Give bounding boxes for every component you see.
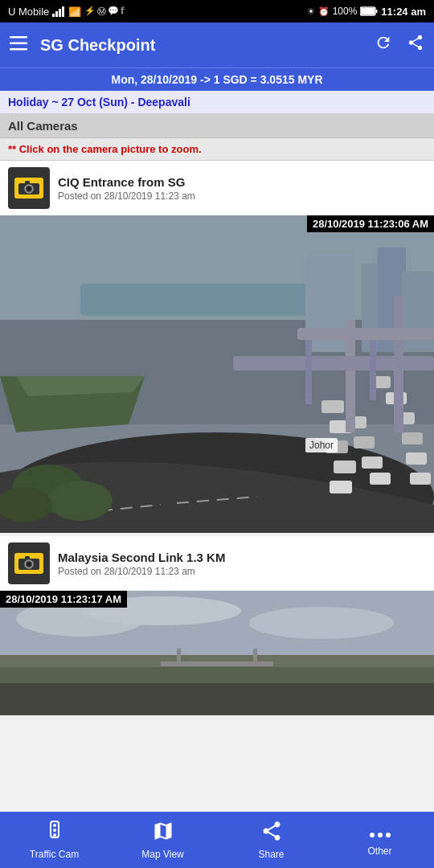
svg-rect-45 <box>233 356 434 371</box>
svg-point-73 <box>378 833 383 837</box>
nav-other-label: Other <box>367 845 391 857</box>
svg-rect-7 <box>361 8 375 14</box>
camera-card-1: CIQ Entrance from SG Posted on 28/10/201… <box>0 161 434 533</box>
camera-header-1: CIQ Entrance from SG Posted on 28/10/201… <box>0 161 434 215</box>
camera-svg-1 <box>17 179 41 197</box>
camera-image-1[interactable]: 28/10/2019 11:23:06 AM <box>0 215 434 533</box>
svg-rect-34 <box>354 436 375 448</box>
camera-header-2: Malaysia Second Link 1.3 KM Posted on 28… <box>0 536 434 591</box>
svg-point-69 <box>53 824 56 827</box>
toolbar-actions <box>375 34 424 56</box>
more-icon <box>369 823 391 842</box>
nav-other[interactable]: Other <box>348 823 412 857</box>
bottom-nav: Traffic Cam Map View Share Other <box>0 812 434 868</box>
click-hint: ** Click on the camera picture to zoom. <box>0 138 434 161</box>
battery-icon <box>360 6 378 16</box>
svg-rect-36 <box>370 473 391 485</box>
map-svg <box>152 820 174 842</box>
svg-point-71 <box>53 833 56 837</box>
camera-name-1: CIQ Entrance from SG <box>58 175 426 189</box>
svg-rect-42 <box>410 473 431 485</box>
share-button[interactable] <box>407 34 424 56</box>
nav-map-view[interactable]: Map View <box>131 820 195 860</box>
app-title: SG Checkpoint <box>40 36 375 55</box>
brightness-icon: ☀ <box>307 6 315 17</box>
svg-rect-65 <box>177 649 181 666</box>
svg-rect-35 <box>362 457 383 469</box>
usb-icon: ⚡ <box>84 6 96 18</box>
signal-icon <box>52 6 65 17</box>
camera-icon-badge-2 <box>14 553 43 574</box>
traffic-cam-svg <box>43 820 66 842</box>
camera-info-2: Malaysia Second Link 1.3 KM Posted on 28… <box>58 551 426 577</box>
camera-image-2[interactable]: 28/10/2019 11:23:17 AM <box>0 591 434 715</box>
traffic-cam-icon <box>43 820 66 845</box>
share-nav-icon <box>260 820 283 845</box>
alarm-icon: ⏰ <box>318 6 330 17</box>
svg-rect-28 <box>321 400 344 413</box>
exchange-rate-text: Mon, 28/10/2019 -> 1 SGD = 3.0515 MYR <box>111 73 322 86</box>
svg-rect-41 <box>406 452 427 465</box>
svg-point-72 <box>370 833 375 837</box>
svg-text:📶: 📶 <box>68 6 81 17</box>
svg-rect-18 <box>80 284 321 316</box>
nav-share[interactable]: Share <box>240 820 304 860</box>
svg-rect-8 <box>10 36 27 39</box>
svg-rect-40 <box>402 432 423 444</box>
status-left: U Mobile 📶 ⚡ Ⓜ 💬 𝕗 <box>8 6 125 18</box>
exchange-rate-bar: Mon, 28/10/2019 -> 1 SGD = 3.0515 MYR <box>0 68 434 91</box>
svg-point-74 <box>386 833 391 837</box>
traffic-scene-svg-1 <box>0 215 434 533</box>
svg-rect-0 <box>52 14 55 17</box>
svg-rect-31 <box>334 461 356 473</box>
nav-share-label: Share <box>258 849 284 860</box>
svg-rect-1 <box>55 11 58 17</box>
svg-rect-67 <box>0 683 434 715</box>
svg-rect-9 <box>10 43 27 45</box>
svg-rect-46 <box>305 340 312 404</box>
svg-rect-2 <box>59 9 61 17</box>
app-toolbar: SG Checkpoint <box>0 23 434 68</box>
svg-rect-48 <box>297 328 434 340</box>
svg-rect-63 <box>0 667 434 683</box>
wifi-icon: 📶 <box>68 6 81 17</box>
all-cameras-label: All Cameras <box>8 119 78 133</box>
svg-point-50 <box>48 481 113 521</box>
camera-name-2: Malaysia Second Link 1.3 KM <box>58 551 426 564</box>
camera-posted-1: Posted on 28/10/2019 11:23 am <box>58 190 426 202</box>
mdm-icon: Ⓜ <box>97 6 106 18</box>
status-right: ☀ ⏰ 100% 11:24 am <box>307 6 426 18</box>
all-cameras-header: All Cameras <box>0 114 434 138</box>
svg-point-60 <box>249 607 394 639</box>
camera-icon-2 <box>8 542 50 584</box>
svg-rect-14 <box>25 181 30 184</box>
timestamp-2: 28/10/2019 11:23:17 AM <box>0 591 127 608</box>
svg-point-70 <box>53 829 56 832</box>
status-bar: U Mobile 📶 ⚡ Ⓜ 💬 𝕗 ☀ ⏰ 100% 11:24 am <box>0 0 434 23</box>
time-label: 11:24 am <box>381 6 426 18</box>
traffic-scene-svg-2 <box>0 591 434 715</box>
camera-icon-badge-1 <box>14 178 43 199</box>
nav-traffic-cam-label: Traffic Cam <box>30 849 79 860</box>
refresh-button[interactable] <box>375 34 392 56</box>
camera-svg-2 <box>17 555 41 572</box>
holiday-bar: Holiday ~ 27 Oct (Sun) - Deepavali <box>0 91 434 114</box>
svg-rect-66 <box>253 649 257 666</box>
nav-traffic-cam[interactable]: Traffic Cam <box>23 820 87 860</box>
holiday-text: Holiday ~ 27 Oct (Sun) - Deepavali <box>8 96 190 108</box>
carrier-label: U Mobile <box>8 6 49 18</box>
svg-rect-55 <box>25 556 30 559</box>
facebook-icon: 𝕗 <box>121 6 125 18</box>
johor-label: Johor <box>305 438 338 452</box>
svg-point-13 <box>27 186 31 191</box>
timestamp-1: 28/10/2019 11:23:06 AM <box>307 215 434 232</box>
svg-point-54 <box>27 562 31 567</box>
menu-button[interactable] <box>10 35 27 55</box>
messenger-icon: 💬 <box>108 6 119 18</box>
svg-rect-3 <box>62 6 64 17</box>
click-hint-text: ** Click on the camera picture to zoom. <box>8 143 202 155</box>
camera-card-2: Malaysia Second Link 1.3 KM Posted on 28… <box>0 536 434 715</box>
camera-posted-2: Posted on 28/10/2019 11:23 am <box>58 566 426 577</box>
status-icons: ⚡ Ⓜ 💬 𝕗 <box>84 6 125 18</box>
more-svg <box>369 831 391 839</box>
